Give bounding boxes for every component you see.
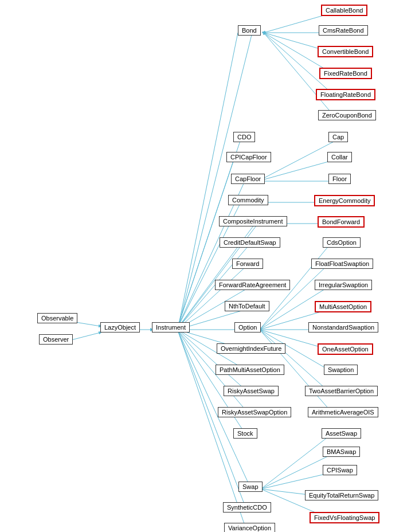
- svg-line-43: [261, 472, 332, 489]
- node-nonstandardswaption[interactable]: NonstandardSwaption: [308, 322, 378, 332]
- svg-line-38: [260, 330, 331, 393]
- svg-line-22: [178, 330, 246, 510]
- svg-line-12: [178, 266, 246, 329]
- node-cap[interactable]: Cap: [328, 132, 348, 142]
- node-instrument[interactable]: Instrument: [152, 322, 190, 332]
- node-bmaswap[interactable]: BMASwap: [323, 447, 360, 457]
- node-assetswap[interactable]: AssetSwap: [322, 428, 361, 439]
- node-forward[interactable]: Forward: [232, 259, 263, 269]
- node-riskyassetswapoption[interactable]: RiskyAssetSwapOption: [218, 407, 291, 417]
- node-observer[interactable]: Observer: [39, 334, 73, 345]
- node-collar[interactable]: Collar: [327, 152, 352, 162]
- node-zerocouponbond[interactable]: ZeroCouponBond: [318, 110, 376, 120]
- node-forwardrateagreement[interactable]: ForwardRateAgreement: [215, 280, 290, 290]
- node-swaption[interactable]: Swaption: [324, 365, 358, 375]
- node-cdsoption[interactable]: CdsOption: [323, 237, 361, 248]
- svg-line-32: [260, 266, 327, 330]
- node-cpiswap[interactable]: CPISwap: [323, 465, 357, 475]
- node-arithmeticaverageois[interactable]: ArithmeticAverageOIS: [308, 407, 378, 417]
- diagram-container: CallableBondCmsRateBondConvertibleBondFi…: [0, 0, 419, 532]
- node-equitytotalreturnswap[interactable]: EquityTotalReturnSwap: [305, 490, 378, 500]
- node-irregularswaption[interactable]: IrregularSwaption: [315, 280, 372, 290]
- node-floor[interactable]: Floor: [328, 174, 351, 184]
- node-floatfloatswaption[interactable]: FloatFloatSwaption: [311, 259, 373, 269]
- node-bond[interactable]: Bond: [238, 25, 261, 36]
- svg-line-5: [258, 159, 336, 181]
- node-observable[interactable]: Observable: [37, 313, 77, 323]
- node-option[interactable]: Option: [234, 322, 261, 332]
- svg-line-1: [178, 139, 241, 327]
- svg-line-18: [178, 330, 249, 393]
- node-swap[interactable]: Swap: [238, 482, 263, 492]
- node-pathmultiassetoption[interactable]: PathMultiAssetOption: [216, 365, 284, 375]
- node-riskyassetswap[interactable]: RiskyAssetSwap: [224, 386, 279, 396]
- node-bondforward[interactable]: BondForward: [318, 216, 365, 228]
- svg-line-42: [261, 454, 332, 489]
- node-cpicapfloor[interactable]: CPICapFloor: [226, 152, 271, 162]
- node-syntheticcdo[interactable]: SyntheticCDO: [223, 502, 271, 513]
- node-varianceoption[interactable]: VarianceOption: [224, 523, 275, 532]
- node-cmsratebond[interactable]: CmsRateBond: [319, 25, 368, 36]
- node-creditdefaultswap[interactable]: CreditDefaultSwap: [220, 237, 280, 248]
- node-energycommodity[interactable]: EnergyCommodity: [314, 195, 375, 206]
- node-stock[interactable]: Stock: [233, 428, 257, 439]
- node-callablebond[interactable]: CallableBond: [321, 5, 367, 16]
- svg-line-28: [264, 33, 335, 96]
- node-compositeinstrument[interactable]: CompositeInstrument: [219, 216, 287, 226]
- node-twoassetbarrieroption[interactable]: TwoAssetBarrierOption: [305, 386, 378, 396]
- svg-line-41: [261, 436, 330, 489]
- node-oneassetoption[interactable]: OneAssetOption: [318, 343, 373, 355]
- node-convertiblebond[interactable]: ConvertibleBond: [318, 46, 373, 57]
- node-floatingratebond[interactable]: FloatingRateBond: [316, 89, 375, 100]
- node-capfloor[interactable]: CapFloor: [231, 174, 265, 184]
- node-fixedvsfloatingswap[interactable]: FixedVsFloatingSwap: [310, 512, 379, 523]
- node-fixedratebond[interactable]: FixedRateBond: [319, 68, 372, 79]
- node-commodity[interactable]: Commodity: [228, 195, 268, 205]
- node-multiassetoption[interactable]: MultiAssetOption: [315, 301, 371, 312]
- node-lazyobject[interactable]: LazyObject: [100, 322, 140, 332]
- node-overnightindexfuture[interactable]: OvernightIndexFuture: [217, 343, 285, 354]
- node-nthtodefault[interactable]: NthToDefault: [225, 301, 269, 311]
- node-cdo[interactable]: CDO: [233, 132, 255, 142]
